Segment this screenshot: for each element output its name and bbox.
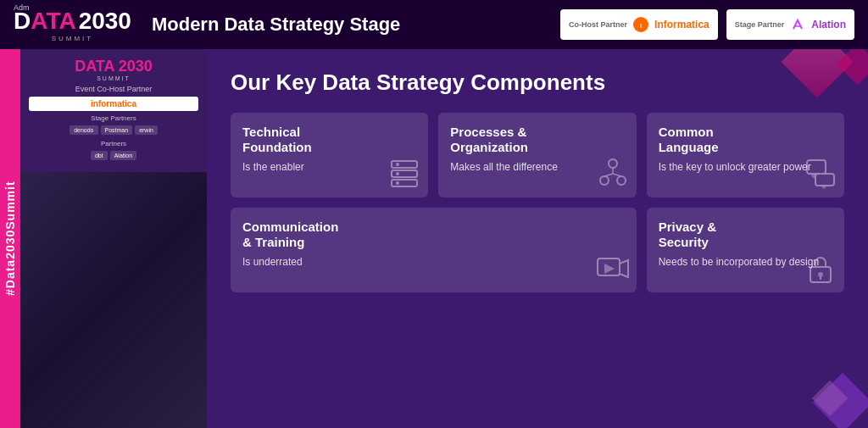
svg-point-26 (617, 176, 626, 185)
video-logo-ata: ATA (86, 58, 114, 75)
components-grid: TechnicalFoundation Is the enabler Proce… (231, 113, 844, 292)
card-desc-4: Is underrated (242, 255, 625, 270)
svg-rect-20 (392, 180, 417, 186)
video-partners-label: Partners (29, 140, 198, 147)
video-panel: DATA 2030 SUMMIT Event Co-Host Partner i… (20, 49, 207, 428)
stage-title: Modern Data Strategy Stage (152, 14, 547, 36)
card-title-2: Processes &Organization (450, 125, 624, 155)
logo-area: DATA2030 SUMMIT (14, 8, 131, 42)
svg-point-22 (396, 172, 399, 175)
video-stage-partners: Stage Partners (29, 114, 198, 122)
svg-line-28 (604, 174, 613, 176)
card-title-1: TechnicalFoundation (242, 125, 416, 155)
presentation-panel: Our Key Data Strategy Components Technic… (207, 49, 868, 428)
video-logo: DATA 2030 (29, 58, 198, 75)
informatica-icon: I (632, 16, 649, 33)
top-bar: Adm DATA2030 SUMMIT Modern Data Strategy… (0, 0, 868, 49)
presentation-title: Our Key Data Strategy Components (231, 69, 844, 96)
stage-partner-label: Stage Partner (735, 20, 785, 29)
card-communication-training: Communication& Training Is underrated (231, 208, 637, 292)
svg-point-23 (396, 181, 399, 185)
adm-label: Adm (14, 3, 30, 12)
video-partner-logos: denodo Postman erwin (29, 122, 198, 138)
partner-badges: Co-Host Partner I Informatica Stage Part… (560, 9, 854, 40)
svg-marker-35 (620, 260, 628, 277)
partner-dbt: dbt (91, 151, 108, 160)
svg-marker-36 (604, 264, 615, 274)
main-content: #Data2030Summit DATA 2030 SUMMIT Event C… (0, 49, 868, 428)
svg-rect-30 (807, 160, 826, 174)
chat-icon (804, 157, 837, 191)
svg-point-25 (600, 176, 609, 185)
server-icon (387, 157, 421, 191)
stage-partner-name: Alation (811, 19, 846, 31)
logo-ata: ATA (31, 8, 75, 35)
logo-summit: SUMMIT (14, 35, 131, 42)
video-informatica: informatica (29, 97, 198, 111)
logo-year: 2030 (79, 8, 131, 35)
cohost-label: Co-Host Partner (569, 20, 627, 29)
stage-partner-badge: Stage Partner Alation (726, 9, 854, 40)
partner-denodo: denodo (70, 125, 97, 135)
video-summit: SUMMIT (29, 75, 198, 81)
svg-text:I: I (640, 22, 642, 30)
video-event-text: Event Co-Host Partner (29, 85, 198, 93)
org-icon (596, 157, 630, 191)
cohost-badge: Co-Host Partner I Informatica (560, 9, 718, 40)
alation-icon (789, 16, 806, 33)
partner-alation: Alation (110, 151, 136, 160)
svg-line-29 (613, 174, 621, 176)
svg-point-21 (396, 163, 399, 166)
video-logo-area: DATA 2030 SUMMIT Event Co-Host Partner i… (20, 49, 207, 172)
card-processes-organization: Processes &Organization Makes all the di… (438, 113, 636, 197)
card-title-4: Communication& Training (242, 220, 625, 250)
svg-point-38 (818, 272, 823, 277)
video-logo-d: D (75, 58, 86, 75)
video-icon (596, 252, 630, 286)
lock-icon (804, 252, 837, 286)
svg-rect-18 (392, 161, 417, 168)
card-title-5: Privacy &Security (659, 220, 832, 250)
svg-rect-19 (392, 170, 417, 177)
card-technical-foundation: TechnicalFoundation Is the enabler (231, 113, 428, 197)
partner-postman: Postman (101, 125, 133, 135)
cohost-name: Informatica (654, 19, 709, 31)
hashtag-bar: #Data2030Summit (0, 49, 20, 428)
card-privacy-security: Privacy &Security Needs to be incorporat… (647, 208, 844, 292)
card-title-3: CommonLanguage (659, 125, 832, 155)
svg-rect-32 (815, 174, 834, 186)
video-logo-year: 2030 (119, 58, 153, 75)
partner-erwin: erwin (135, 125, 158, 135)
hashtag-text: #Data2030Summit (3, 181, 17, 297)
card-common-language: CommonLanguage Is the key to unlock grea… (647, 113, 844, 197)
svg-marker-33 (821, 186, 827, 189)
video-partner-logos-2: dbt Alation (29, 147, 198, 164)
svg-point-24 (609, 159, 617, 168)
